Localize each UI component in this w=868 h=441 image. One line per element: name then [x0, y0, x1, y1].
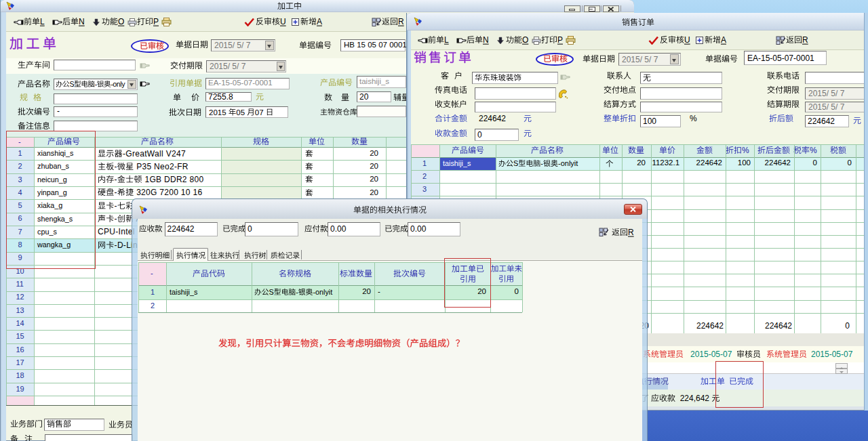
svg-text:07: 07: [255, 108, 266, 116]
svg-text:-: -: [115, 201, 117, 211]
svg-text:-: -: [296, 288, 298, 296]
svg-text:1GB DDR2 800: 1GB DDR2 800: [142, 175, 204, 184]
svg-text:P: P: [557, 35, 563, 45]
svg-text:-GreatWall V247: -GreatWall V247: [123, 149, 186, 159]
svg-text:-: -: [540, 159, 543, 167]
svg-text:A: A: [317, 17, 322, 26]
svg-text:-only: -only: [111, 79, 125, 87]
svg-text:%: %: [810, 146, 817, 155]
svg-text:R: R: [398, 17, 404, 26]
svg-text:-: -: [115, 188, 117, 197]
svg-text:L: L: [40, 17, 45, 26]
svg-text:S: S: [69, 79, 74, 87]
svg-text:N: N: [483, 35, 489, 45]
svg-text:L: L: [444, 35, 449, 45]
svg-text:-: -: [115, 175, 117, 184]
svg-text:-: -: [115, 214, 117, 224]
svg-text:U: U: [280, 17, 286, 26]
svg-text:-onlyit: -onlyit: [313, 288, 332, 296]
svg-text:P35 Neo2-FR: P35 Neo2-FR: [134, 162, 189, 171]
svg-text:S: S: [513, 159, 518, 167]
svg-text:P: P: [153, 17, 159, 26]
svg-text:2015: 2015: [209, 108, 229, 116]
svg-text:R: R: [628, 228, 634, 237]
svg-text:-: -: [95, 79, 98, 87]
svg-text:05: 05: [236, 108, 247, 116]
svg-text:320G 7200 10 16: 320G 7200 10 16: [134, 188, 203, 197]
svg-text:-: -: [151, 269, 153, 277]
svg-text:224,642: 224,642: [675, 394, 711, 403]
svg-text:O: O: [522, 35, 528, 45]
svg-text:S: S: [269, 288, 274, 296]
svg-text:-onlyit: -onlyit: [558, 159, 578, 167]
svg-text:O: O: [118, 17, 124, 26]
svg-text:-: -: [115, 162, 117, 171]
svg-text:U: U: [684, 35, 690, 45]
svg-text:A: A: [721, 35, 726, 45]
svg-text:R: R: [802, 35, 808, 45]
svg-text:%: %: [742, 146, 749, 155]
svg-text:N: N: [79, 17, 85, 26]
